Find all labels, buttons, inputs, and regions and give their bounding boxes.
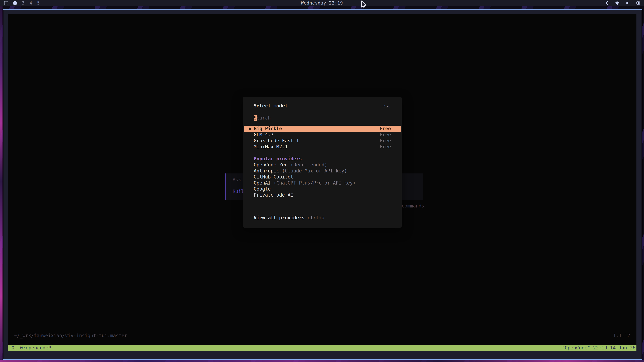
provider-name: GitHub Copilot <box>254 174 293 180</box>
workspace-4[interactable]: 4 <box>30 0 32 5</box>
model-badge: Free <box>380 126 391 132</box>
provider-name: Privatemode AI <box>254 192 293 198</box>
model-option[interactable]: Grok Code Fast 1 Free <box>244 138 401 144</box>
model-badge: Free <box>380 144 391 150</box>
wallpaper-bottom-edge <box>0 360 644 362</box>
provider-note: (Recommended) <box>290 162 327 168</box>
provider-name: Anthropic <box>254 168 279 174</box>
dialog-title: Select model <box>254 103 288 109</box>
provider-name: OpenCode Zen <box>254 162 288 168</box>
workspace-frame-icon[interactable] <box>4 1 8 5</box>
view-all-label: View all providers <box>254 215 304 221</box>
status-line: ~/_wrk/fanweixiao/viv-insight-tui:master… <box>8 333 636 339</box>
workspace-5[interactable]: 5 <box>37 0 40 5</box>
model-name: GLM-4.7 <box>254 132 380 138</box>
system-tray <box>443 1 644 5</box>
search-input[interactable]: Search <box>243 115 402 121</box>
model-name: MiniMax M2.1 <box>254 144 380 150</box>
provider-name: Google <box>254 186 271 192</box>
text-cursor: S <box>254 115 256 121</box>
provider-option[interactable]: GitHub Copilot <box>243 174 402 180</box>
providers-section-header: Popular providers <box>254 156 302 162</box>
workspace-dot-icon[interactable] <box>13 1 17 5</box>
top-bar: 3 4 5 Wednesday 22:19 <box>0 0 644 6</box>
commands-hint: commands <box>402 203 424 209</box>
workspace-3[interactable]: 3 <box>22 0 24 5</box>
model-option[interactable]: GLM-4.7 Free <box>244 132 401 138</box>
terminal-content: Ask Buil commands ~/_wrk/fanweixiao/viv-… <box>8 14 636 351</box>
esc-hint[interactable]: esc <box>382 103 391 109</box>
model-badge: Free <box>380 132 391 138</box>
provider-option[interactable]: OpenCode Zen (Recommended) <box>243 162 402 168</box>
mouse-cursor <box>361 0 368 10</box>
model-name: Big Pickle <box>254 126 380 132</box>
provider-option[interactable]: Privatemode AI <box>243 192 402 198</box>
provider-option[interactable]: OpenAI (ChatGPT Plus/Pro or API key) <box>243 180 402 186</box>
provider-note: (ChatGPT Plus/Pro or API key) <box>274 180 356 186</box>
app-version: 1.1.12 <box>613 333 630 338</box>
model-select-dialog: Select model esc Search Big Pickle Free … <box>243 97 402 228</box>
tmux-title-clock: "OpenCode" 22:19 14-Jan-26 <box>562 345 636 351</box>
provider-name: OpenAI <box>254 180 271 186</box>
tmux-status-bar: [0] 0:opencode* "OpenCode" 22:19 14-Jan-… <box>8 345 636 351</box>
provider-note: (Claude Max or API key) <box>282 168 347 174</box>
workspace-indicators: 3 4 5 <box>0 0 201 5</box>
cwd-git-branch: ~/_wrk/fanweixiao/viv-insight-tui:master <box>14 333 127 338</box>
model-badge: Free <box>380 138 391 144</box>
wallpaper-left-edge <box>0 0 2 362</box>
search-placeholder: earch <box>256 115 271 121</box>
provider-option[interactable]: Anthropic (Claude Max or API key) <box>243 168 402 174</box>
cpu-icon[interactable] <box>636 1 641 5</box>
selected-bullet-icon <box>249 128 251 130</box>
provider-option[interactable]: Google <box>243 186 402 192</box>
model-option-selected[interactable]: Big Pickle Free <box>244 126 401 132</box>
clock: Wednesday 22:19 <box>201 0 443 5</box>
view-all-providers[interactable]: View all providers ctrl+a <box>243 215 402 221</box>
model-option[interactable]: MiniMax M2.1 Free <box>244 144 401 150</box>
chevron-left-icon[interactable] <box>605 1 609 5</box>
volume-icon[interactable] <box>626 1 630 5</box>
terminal-window: Ask Buil commands ~/_wrk/fanweixiao/viv-… <box>3 9 642 360</box>
ctrl-a-shortcut: ctrl+a <box>308 215 324 221</box>
model-name: Grok Code Fast 1 <box>254 138 380 144</box>
agent-mode-label: Buil <box>232 189 244 195</box>
prompt-placeholder: Ask <box>232 177 241 183</box>
wifi-icon[interactable] <box>615 1 620 5</box>
tmux-session-window[interactable]: [0] 0:opencode* <box>9 345 51 351</box>
